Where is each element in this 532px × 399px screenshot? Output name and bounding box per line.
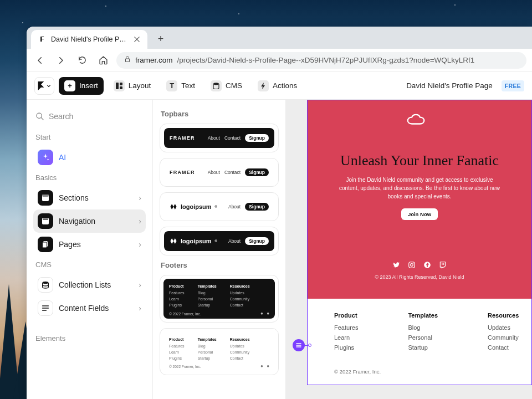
text-icon: T [166, 80, 177, 91]
sidebar-item-collection-lists[interactable]: Collection Lists › [33, 273, 146, 296]
svg-rect-6 [42, 195, 49, 197]
svg-point-13 [411, 264, 413, 267]
project-title: David Nield's Profile Page [406, 81, 493, 90]
cloud-logo-icon [407, 114, 432, 128]
list-icon [38, 300, 53, 316]
section-label-cms: CMS [33, 256, 146, 273]
footer-template-2[interactable]: ProductFeaturesLearnPlugins TemplatesBlo… [160, 328, 279, 376]
facebook-icon[interactable] [423, 261, 431, 269]
sparkle-icon [38, 150, 53, 165]
canvas-frame[interactable]: Unleash Your Inner Fanatic Join the Davi… [307, 100, 532, 385]
sidebar-item-ai[interactable]: AI [33, 146, 146, 169]
nav-home-button[interactable] [95, 53, 111, 68]
new-tab-button[interactable]: + [153, 31, 168, 47]
sidebar-item-pages[interactable]: Pages › [33, 233, 146, 256]
chevron-right-icon: › [139, 240, 141, 249]
stack-icon [38, 277, 53, 293]
free-badge: FREE [502, 80, 524, 91]
browser-tabstrip: 𝗙 David Nield's Profile Page — Fram… + [27, 27, 532, 49]
browser-window: 𝗙 David Nield's Profile Page — Fram… + f… [27, 27, 532, 399]
svg-rect-0 [116, 83, 119, 89]
tab-title: David Nield's Profile Page — Fram… [51, 35, 129, 43]
browser-tab-active[interactable]: 𝗙 David Nield's Profile Page — Fram… [31, 30, 147, 49]
address-bar[interactable]: framer.com/projects/David-Nield-s-Profil… [116, 52, 526, 69]
cms-button[interactable]: CMS [205, 77, 248, 95]
canvas[interactable]: Unleash Your Inner Fanatic Join the Davi… [286, 100, 532, 399]
components-panel: Topbars FRAMER AboutContactSignup FRAMER… [153, 100, 286, 399]
section-label-start: Start [33, 129, 146, 146]
search-icon [35, 112, 44, 121]
hero-copyright[interactable]: © 2023 All Rights Reserved, David Nield [324, 274, 515, 280]
topbar-template-4[interactable]: logoipsum® AboutSignup [160, 227, 279, 255]
url-path: /projects/David-Nield-s-Profile-Page--xD… [177, 56, 475, 64]
nav-forward-button[interactable] [53, 53, 69, 68]
section-label-elements: Elements [33, 330, 146, 347]
sidebar-item-content-fields[interactable]: Content Fields › [33, 296, 146, 320]
footer-col-resources[interactable]: Resources Updates Community Contact [488, 312, 519, 354]
twitch-icon[interactable] [439, 261, 447, 269]
lock-icon [124, 56, 131, 64]
section-anchor-dot[interactable] [308, 344, 311, 347]
chevron-right-icon: › [139, 304, 141, 313]
framer-menu-button[interactable] [34, 77, 54, 95]
svg-point-14 [413, 263, 414, 263]
url-host: framer.com [135, 56, 173, 64]
topbar-template-3[interactable]: logoipsum® AboutSignup [160, 192, 279, 221]
section-insert-handle[interactable] [293, 339, 305, 351]
framer-favicon: 𝗙 [38, 35, 47, 44]
svg-point-11 [43, 282, 49, 284]
svg-point-3 [213, 83, 219, 85]
browser-toolbar: framer.com/projects/David-Nield-s-Profil… [27, 49, 532, 72]
insert-button[interactable]: + Insert [59, 77, 104, 95]
footer-col-product[interactable]: Product Features Learn Plugins [334, 312, 358, 354]
chevron-right-icon: › [139, 193, 141, 202]
footer-copyright[interactable]: © 2022 Framer, Inc. [334, 369, 505, 375]
svg-rect-2 [120, 86, 122, 89]
svg-rect-10 [43, 242, 47, 248]
twitter-icon[interactable] [392, 261, 400, 269]
social-links [324, 261, 515, 269]
svg-rect-1 [120, 83, 122, 85]
close-tab-icon[interactable] [133, 35, 141, 43]
hero-section[interactable]: Unleash Your Inner Fanatic Join the Davi… [308, 100, 531, 299]
instagram-icon[interactable] [408, 261, 416, 269]
navigation-icon [38, 213, 53, 229]
footers-heading: Footers [161, 261, 278, 269]
sidebar-item-navigation[interactable]: Navigation › [33, 209, 146, 233]
hero-title[interactable]: Unleash Your Inner Fanatic [324, 152, 515, 169]
footer-template-1[interactable]: ProductFeaturesLearnPlugins TemplatesBlo… [160, 275, 279, 323]
topbar-template-2[interactable]: FRAMER AboutContactSignup [160, 158, 279, 187]
footer-col-templates[interactable]: Templates Blog Personal Startup [408, 312, 438, 354]
plus-icon: + [64, 80, 75, 91]
sidebar-search[interactable]: Search [33, 109, 146, 129]
workspace: Search Start AI Basics Sections › Naviga… [27, 100, 532, 399]
nav-reload-button[interactable] [74, 53, 90, 68]
sidebar-item-sections[interactable]: Sections › [33, 186, 146, 209]
sidebar: Search Start AI Basics Sections › Naviga… [27, 100, 153, 399]
framer-app: + Insert Layout T Text CMS Actions David… [27, 72, 532, 399]
hero-body[interactable]: Join the David Nield community and get a… [336, 176, 503, 201]
topbar-template-1[interactable]: FRAMER AboutContactSignup [160, 124, 279, 152]
chevron-right-icon: › [139, 217, 141, 226]
sections-icon [38, 190, 53, 206]
logoipsum-icon [170, 203, 177, 211]
layout-button[interactable]: Layout [108, 77, 157, 95]
chevron-right-icon: › [139, 280, 141, 289]
join-now-button[interactable]: Join Now [401, 208, 438, 220]
actions-button[interactable]: Actions [252, 77, 303, 95]
text-button[interactable]: T Text [161, 77, 201, 95]
pages-icon [38, 237, 53, 252]
bolt-icon [258, 80, 269, 91]
svg-rect-8 [43, 218, 48, 220]
footer-section[interactable]: Product Features Learn Plugins Templates… [308, 299, 531, 385]
nav-back-button[interactable] [32, 53, 48, 68]
topbars-heading: Topbars [161, 110, 278, 118]
logoipsum-icon [170, 237, 177, 245]
section-label-basics: Basics [33, 169, 146, 186]
app-topbar: + Insert Layout T Text CMS Actions David… [27, 72, 532, 100]
database-icon [211, 80, 222, 91]
layout-icon [114, 80, 125, 91]
